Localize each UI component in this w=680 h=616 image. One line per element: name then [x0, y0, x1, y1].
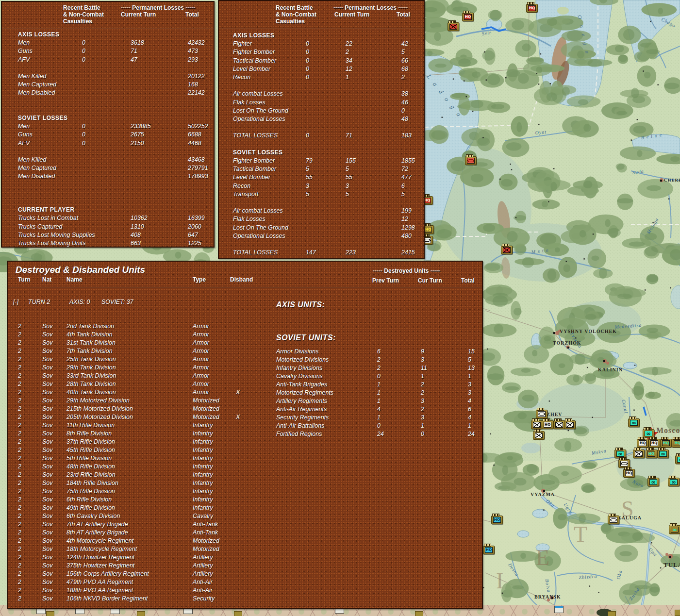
unit-counter-strip-gold[interactable]	[608, 611, 616, 616]
hq-red-icon: HQ	[528, 5, 536, 11]
destroyed-unit-row: 2Sov45th Rifle DivisionInfantry	[8, 447, 482, 455]
col-cur-turn: Cur Turn	[418, 277, 442, 284]
destroyed-unit-row: 2Sov479th PVO AA RegimentAnti-Air	[8, 579, 482, 587]
col-recent-l3: Casualties	[63, 18, 92, 25]
col-current-turn: Current Turn	[121, 11, 156, 18]
axis-units-header: AXIS UNITS:	[276, 300, 325, 309]
loss-row: Air combat Losses199	[219, 207, 424, 216]
loss-row: Men Captured279791	[2, 165, 214, 173]
unit-counter-inf-white[interactable]	[553, 420, 565, 429]
inf-red-icon	[503, 247, 511, 253]
unit-counter-hq-teal[interactable]: HQ	[660, 439, 672, 448]
unit-counter-hq-white[interactable]: HQ	[648, 439, 660, 448]
unit-counter-inf-white[interactable]	[633, 450, 645, 458]
hq-teal-icon: HQ	[647, 451, 655, 457]
armor-gold-icon: ∞	[671, 527, 679, 533]
unit-counter-inf-red[interactable]	[448, 22, 459, 31]
destroyed-unit-row: 2Sov106th NKVD Border RegimentSecurity	[8, 595, 482, 603]
section-header: SOVIET LOSSES	[219, 149, 424, 157]
unit-counter-hq-teal[interactable]: HQ	[646, 450, 657, 458]
unit-counter-hq-teal[interactable]: HQ	[672, 439, 680, 448]
unit-counter-oval-white[interactable]	[608, 516, 619, 524]
col-recent-l1: Recent Battle	[63, 4, 100, 11]
loss-row: Men Disabled178993	[2, 173, 214, 181]
hq-white-icon: HQ	[544, 422, 551, 428]
destroyed-stat-row: Security Regiments134	[8, 414, 482, 422]
unit-counter-strip-gold[interactable]	[46, 611, 54, 616]
unit-counter-hq-red[interactable]: HQ	[526, 4, 538, 13]
unit-counter-armor-teal[interactable]: ∞	[675, 455, 680, 464]
unit-counter-inf-white[interactable]	[564, 420, 576, 429]
col-total: Total	[397, 11, 410, 18]
destroyed-stat-row: Motorized Regiments123	[8, 389, 482, 398]
unit-counter-strip-gold[interactable]	[675, 610, 680, 616]
city-dot	[551, 597, 553, 599]
destroyed-unit-row: 2Sov48th Rifle DivisionInfantry	[8, 463, 482, 471]
loss-row: Men0361842432	[2, 39, 214, 48]
unit-counter-armor-teal[interactable]: ∞	[628, 418, 640, 427]
loss-row: Flak Losses12	[219, 216, 424, 224]
hq-white-icon: HQ	[650, 440, 658, 446]
destroyed-unit-row: 2Sov23rd Rifle DivisionInfantry	[8, 471, 482, 480]
armor-teal-icon: ∞	[645, 431, 652, 436]
unit-counter-strip-blue[interactable]	[554, 606, 564, 613]
col-current-turn: Current Turn	[334, 11, 369, 18]
section-header: CURRENT PLAYER	[2, 206, 214, 215]
unit-counter-armor-teal[interactable]: ∞	[657, 450, 669, 458]
loss-row: Lost On The Ground0	[219, 107, 424, 116]
unit-counter-armor-gold[interactable]: ∞	[669, 525, 680, 534]
unit-counter-hq-cyan[interactable]: HQ	[483, 546, 495, 554]
destroyed-units-panel: Destroyed & Disbanded Units Turn Nat Nam…	[7, 261, 483, 609]
city-dot	[669, 556, 671, 558]
destroyed-stat-row: Fortified Regions24024	[8, 431, 482, 439]
destroyed-unit-row: 2Sov75th Rifle DivisionInfantry	[8, 488, 482, 496]
destroyed-unit-row: 2Sov375th Howitzer RegimentArtillery	[8, 562, 482, 570]
unit-counter-strip-gold[interactable]	[137, 611, 145, 616]
unit-counter-hq-white[interactable]: HQ	[637, 439, 648, 448]
destroyed-stat-row: Motorized Divisions235	[8, 356, 482, 365]
air-losses-panel: Recent Battle & Non-Combat Casualties --…	[218, 0, 425, 259]
armor-teal-icon: ∞	[630, 420, 638, 426]
loss-row: Men Captured168	[2, 81, 214, 89]
unit-counter-strip-gold[interactable]	[415, 611, 423, 616]
loss-row: Trucks Lost Moving Supplies408647	[2, 232, 214, 240]
unit-counter-armor-teal[interactable]: ∞	[668, 478, 680, 486]
armor-teal-icon: ∞	[616, 451, 624, 457]
turn-group-row: [-] TURN 2 AXIS: 0 SOVIET: 37	[8, 299, 482, 307]
unit-counter-hq-white[interactable]: HQ	[623, 469, 635, 478]
hq-yellow-icon: HQ	[424, 227, 432, 233]
city-dot	[543, 490, 545, 492]
destroyed-unit-row: 2Sov49th Rifle DivisionInfantry	[8, 504, 482, 513]
unit-counter-hq-cyan[interactable]: HQ	[491, 516, 503, 524]
col-recent-l2: & Non-Combat	[276, 11, 316, 18]
unit-counter-hq-red[interactable]: HQ	[462, 13, 474, 21]
destroyed-unit-row: 2Sov124th Howitzer RegimentArtillery	[8, 554, 482, 562]
destroyed-stat-row: Cavalry Divisions011	[8, 373, 482, 381]
col-recent-l2: & Non-Combat	[63, 11, 104, 18]
unit-counter-inf-white[interactable]	[531, 420, 543, 429]
loss-row: Men0233885502252	[2, 123, 214, 131]
loss-row: Guns026756688	[2, 131, 214, 139]
city-dot	[603, 360, 605, 362]
loss-row: Guns071473	[2, 48, 214, 56]
section-header: SOVIET LOSSES	[2, 115, 214, 123]
collapse-toggle[interactable]: [-]	[13, 299, 18, 305]
unit-counter-inf-white[interactable]	[533, 431, 545, 440]
loss-row: Operational Losses48	[219, 116, 424, 124]
destroyed-unit-row: 2Sov6th Cavalry DivisionCavalry	[8, 513, 482, 521]
unit-counter-hq-white[interactable]: HQ	[542, 420, 553, 429]
unit-counter-oval-white[interactable]	[536, 410, 547, 418]
destroyed-unit-row: 2Sov31st Tank DivisionArmor	[8, 339, 482, 348]
unit-counter-inf-red[interactable]	[501, 246, 513, 254]
loss-row: Trucks Lost in Combat1036216399	[2, 215, 214, 223]
unit-counter-oval-red[interactable]	[465, 156, 477, 165]
hq-white-icon: HQ	[625, 470, 633, 476]
destroyed-unit-row: 2Sov2nd Tank DivisionArmor	[8, 323, 482, 331]
destroyed-unit-row: 2Sov188th PVO AA RegimentAnti-Air	[8, 587, 482, 595]
loss-row: Men Killed43468	[2, 156, 214, 165]
armor-teal-icon: ∞	[677, 457, 680, 463]
hq-teal-icon: HQ	[662, 440, 670, 446]
destroyed-unit-row: 2Sov37th Rifle DivisionInfantry	[8, 438, 482, 447]
unit-counter-strip-gold[interactable]	[234, 611, 242, 616]
unit-counter-armor-teal[interactable]: ∞	[647, 478, 659, 486]
